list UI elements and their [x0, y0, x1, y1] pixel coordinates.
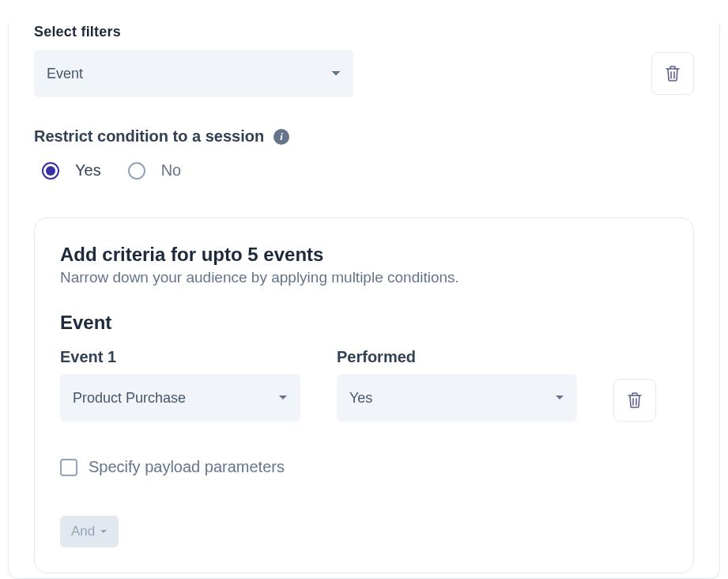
filter-panel: Select filters Event Restrict condition …: [8, 24, 720, 579]
info-icon[interactable]: i: [273, 129, 289, 145]
chevron-down-icon: [100, 529, 108, 534]
trash-icon: [628, 392, 642, 408]
restrict-radio-yes[interactable]: Yes: [42, 161, 101, 180]
delete-event-button[interactable]: [613, 379, 656, 422]
delete-filter-button[interactable]: [651, 52, 694, 95]
select-filters-label: Select filters: [34, 24, 694, 40]
filter-type-dropdown[interactable]: Event: [34, 50, 353, 97]
performed-value: Yes: [349, 390, 372, 407]
and-condition-button[interactable]: And: [60, 516, 119, 547]
restrict-label-row: Restrict condition to a session i: [34, 127, 694, 146]
event-heading: Event: [60, 312, 668, 334]
payload-checkbox-row: Specify payload parameters: [60, 458, 668, 476]
performed-dropdown[interactable]: Yes: [337, 374, 577, 422]
trash-icon: [666, 66, 680, 81]
event1-label: Event 1: [60, 348, 300, 366]
restrict-radio-no[interactable]: No: [128, 161, 182, 180]
performed-label: Performed: [337, 348, 577, 366]
performed-field-group: Performed Yes: [337, 348, 577, 422]
restrict-label: Restrict condition to a session: [34, 127, 264, 146]
criteria-subtitle: Narrow down your audience by applying mu…: [60, 269, 668, 286]
filter-type-value: Event: [47, 66, 83, 82]
and-button-label: And: [71, 524, 95, 539]
criteria-title: Add criteria for upto 5 events: [60, 244, 668, 266]
restrict-yes-label: Yes: [75, 161, 101, 180]
criteria-card: Add criteria for upto 5 events Narrow do…: [34, 218, 694, 573]
filter-row: Event: [34, 50, 694, 97]
event-fields-row: Event 1 Product Purchase Performed Yes: [60, 348, 668, 422]
restrict-radio-group: Yes No: [34, 161, 694, 180]
event1-value: Product Purchase: [73, 390, 186, 407]
event1-dropdown[interactable]: Product Purchase: [60, 374, 300, 422]
radio-unselected-icon: [128, 162, 145, 180]
chevron-down-icon: [555, 395, 564, 401]
restrict-no-label: No: [161, 161, 182, 180]
chevron-down-icon: [278, 395, 288, 401]
payload-checkbox-label: Specify payload parameters: [89, 458, 285, 476]
radio-selected-icon: [42, 162, 59, 180]
payload-checkbox[interactable]: [60, 459, 77, 476]
chevron-down-icon: [331, 70, 341, 77]
event1-field-group: Event 1 Product Purchase: [60, 348, 300, 422]
